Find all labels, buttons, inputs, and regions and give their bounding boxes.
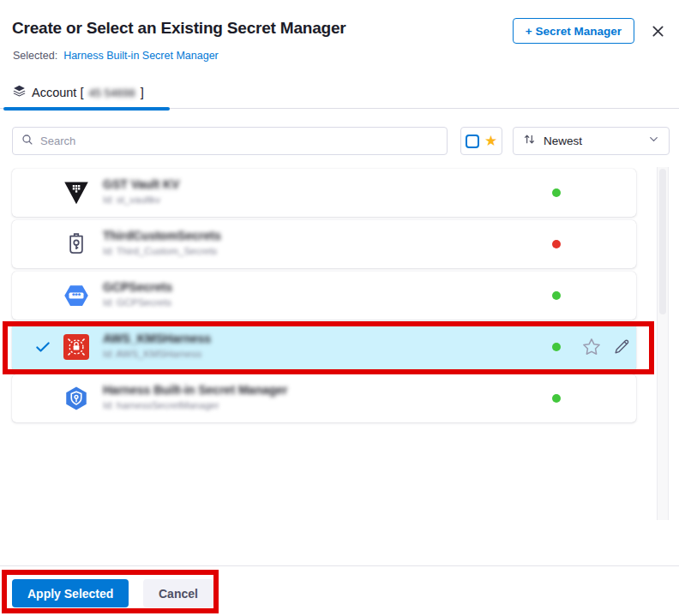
tab-account-label-close: ] xyxy=(141,86,144,99)
favorites-checkbox[interactable] xyxy=(466,135,479,148)
row-text: Harness Built-in Secret Manager Id: harn… xyxy=(103,383,288,410)
favorite-star-icon[interactable] xyxy=(580,336,603,358)
secret-manager-name: GST Vault KV xyxy=(103,177,179,191)
gcp-secret-manager-icon: *** xyxy=(63,283,89,308)
status-dot xyxy=(552,188,561,197)
aws-kms-icon xyxy=(63,334,89,360)
apply-selected-button[interactable]: Apply Selected xyxy=(12,579,129,607)
active-tab-underline xyxy=(3,107,170,111)
header-actions: + Secret Manager xyxy=(513,18,666,44)
status-dot xyxy=(552,394,561,403)
secret-manager-row[interactable]: GST Vault KV Id: st_vaultkv xyxy=(12,169,636,217)
edit-icon[interactable] xyxy=(612,338,631,356)
secret-manager-row[interactable]: Harness Built-in Secret Manager Id: harn… xyxy=(12,374,636,422)
sort-dropdown[interactable]: Newest xyxy=(513,127,670,155)
secret-manager-name: ThirdCustomSecrets xyxy=(103,229,221,242)
secret-manager-id: Id: AWS_KMSHarness xyxy=(103,349,211,359)
secret-manager-id: Id: GCPSecrets xyxy=(103,297,172,308)
secret-manager-id: Id: Third_Custom_Secrets xyxy=(103,246,221,256)
secret-manager-name: AWS_KMSHarness xyxy=(103,332,211,345)
status-dot xyxy=(552,240,561,248)
chevron-down-icon xyxy=(647,133,660,149)
tab-bar: Account [45 54698] xyxy=(0,82,679,109)
selected-line: Selected: Harness Built-in Secret Manage… xyxy=(13,50,219,62)
custom-secret-icon xyxy=(63,231,89,257)
secret-manager-row[interactable]: *** GCPSecrets Id: GCPSecrets xyxy=(12,272,636,320)
scrollbar-thumb[interactable] xyxy=(659,169,666,314)
secret-manager-id: Id: st_vaultkv xyxy=(103,194,179,205)
footer-divider xyxy=(0,565,679,566)
row-text: GCPSecrets Id: GCPSecrets xyxy=(103,280,172,308)
vault-icon xyxy=(63,180,89,206)
search-box xyxy=(12,127,448,155)
row-text: GST Vault KV Id: st_vaultkv xyxy=(103,177,179,205)
secret-manager-row[interactable]: ThirdCustomSecrets Id: Third_Custom_Secr… xyxy=(12,220,636,268)
tab-account-label: Account [ xyxy=(32,86,83,99)
favorites-filter[interactable]: ★ xyxy=(460,127,502,155)
search-icon xyxy=(21,133,34,150)
close-icon[interactable] xyxy=(649,22,666,39)
search-input[interactable] xyxy=(40,135,439,147)
secret-manager-name: Harness Built-in Secret Manager xyxy=(103,383,288,397)
selected-label: Selected: xyxy=(13,50,57,62)
status-dot xyxy=(552,291,561,300)
status-dot xyxy=(552,343,561,351)
secret-manager-row[interactable]: AWS_KMSHarness Id: AWS_KMSHarness xyxy=(12,323,636,371)
new-secret-manager-button[interactable]: + Secret Manager xyxy=(513,18,634,44)
sort-icon xyxy=(522,132,537,150)
selected-check-icon xyxy=(34,338,51,356)
tab-account-count-redacted: 45 54698 xyxy=(88,87,135,99)
favorites-star-icon: ★ xyxy=(484,134,497,148)
page-title: Create or Select an Existing Secret Mana… xyxy=(12,19,346,38)
sort-selected-value: Newest xyxy=(544,135,640,147)
secret-manager-name: GCPSecrets xyxy=(103,280,172,294)
secret-manager-list: GST Vault KV Id: st_vaultkv ThirdCustomS… xyxy=(12,169,636,426)
svg-text:***: *** xyxy=(72,291,81,300)
cancel-button[interactable]: Cancel xyxy=(143,579,213,607)
row-text: ThirdCustomSecrets Id: Third_Custom_Secr… xyxy=(103,229,221,256)
row-text: AWS_KMSHarness Id: AWS_KMSHarness xyxy=(103,332,211,359)
layers-icon xyxy=(12,84,27,101)
harness-secret-manager-icon xyxy=(63,386,89,411)
scrollbar[interactable] xyxy=(657,167,669,520)
secret-manager-modal: Create or Select an Existing Secret Mana… xyxy=(0,0,679,616)
secret-manager-id: Id: harnessSecretManager xyxy=(103,400,288,410)
tab-account[interactable]: Account [45 54698] xyxy=(12,84,144,101)
selected-secret-manager-link[interactable]: Harness Built-in Secret Manager xyxy=(63,50,219,62)
